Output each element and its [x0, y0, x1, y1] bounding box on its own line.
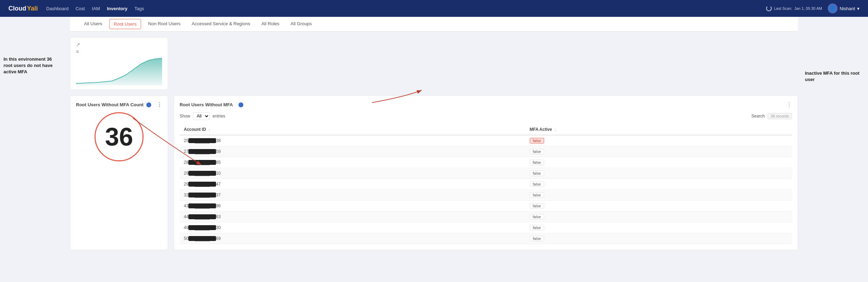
table-row: 43█████96false	[180, 201, 792, 212]
tab-all-roles[interactable]: All Roles	[256, 17, 285, 31]
table-controls: Show All 10 25 50 entries Search 36 reco…	[180, 112, 792, 120]
count-card-header: Root Users Without MFA Count ⋮	[76, 101, 162, 108]
entries-label: entries	[213, 114, 225, 119]
mfa-badge: false	[530, 192, 544, 198]
brand-cloud: Cloud	[8, 5, 26, 12]
cell-account-id: 44█████63	[180, 212, 526, 222]
last-scan-label: Last Scan:	[774, 6, 792, 11]
table-row: 28█████85false	[180, 157, 792, 168]
search-label: Search	[751, 114, 765, 119]
nav-inventory[interactable]: Inventory	[107, 5, 128, 13]
sort-icon-account: ↕	[209, 128, 210, 132]
brand-logo[interactable]: CloudYali	[8, 5, 38, 12]
last-scan-time: Jan 1, 05:30 AM	[794, 6, 822, 11]
table-row: 50█████69false	[180, 233, 792, 244]
cell-mfa-active: false	[526, 146, 792, 157]
chart-filter-icon[interactable]: ≡	[76, 49, 80, 54]
chart-card: ↗ ≡	[70, 37, 168, 90]
table-row: 27█████59false	[180, 146, 792, 157]
mfa-badge: false	[530, 203, 544, 209]
table-row: 44█████63false	[180, 212, 792, 222]
cell-mfa-active: false	[526, 190, 792, 201]
search-area: Search 36 records	[751, 113, 792, 119]
nav-tags[interactable]: Tags	[134, 5, 144, 13]
cell-account-id: 29█████10	[180, 168, 526, 179]
annotation-right: Inactive MFA for this root user	[805, 70, 861, 83]
show-label: Show	[180, 114, 190, 119]
table-header-row: Account ID ↕ MFA Active ↕	[180, 124, 792, 135]
nav-iam[interactable]: IAM	[92, 5, 100, 13]
table-body: 25█████38false27█████59false28█████85fal…	[180, 135, 792, 244]
tab-all-groups[interactable]: All Groups	[285, 17, 318, 31]
chart-card-header: ↗ ≡	[76, 42, 162, 54]
mfa-badge: false	[530, 160, 544, 165]
table-row: 49█████30false	[180, 222, 792, 233]
cell-account-id: 28█████85	[180, 157, 526, 168]
table-card-menu-icon[interactable]: ⋮	[786, 101, 792, 108]
nav-links: Dashboard Cost IAM Inventory Tags	[46, 5, 758, 13]
table-card-header: Root Users Without MFA ⋮	[180, 101, 792, 108]
cell-mfa-active: false	[526, 135, 792, 146]
cell-account-id: 43█████96	[180, 201, 526, 212]
table-row: 29█████10false	[180, 168, 792, 179]
table-card-title: Root Users Without MFA	[180, 102, 233, 107]
col-mfa-active[interactable]: MFA Active ↕	[526, 124, 792, 135]
cell-account-id: 25█████38	[180, 135, 526, 146]
cell-account-id: 49█████30	[180, 222, 526, 233]
mfa-badge: false	[530, 214, 544, 220]
chart-area	[76, 57, 162, 85]
entries-select[interactable]: All 10 25 50	[193, 112, 210, 120]
mfa-badge: false	[530, 236, 544, 241]
user-avatar: 👤	[828, 4, 838, 13]
tab-accessed-service[interactable]: Accessed Service & Regions	[186, 17, 256, 31]
nav-dashboard[interactable]: Dashboard	[46, 5, 69, 13]
mfa-badge: false	[530, 225, 544, 230]
tab-non-root-users[interactable]: Non Root Users	[143, 17, 186, 31]
cell-mfa-active: false	[526, 157, 792, 168]
cell-mfa-active: false	[526, 201, 792, 212]
tab-root-users[interactable]: Root Users	[109, 19, 141, 29]
cell-account-id: 29█████47	[180, 179, 526, 190]
data-table: Account ID ↕ MFA Active ↕ 25█████38false…	[180, 124, 792, 244]
mfa-badge: false	[530, 149, 544, 154]
chart-toolbar: ↗ ≡	[76, 42, 80, 54]
cell-mfa-active: false	[526, 233, 792, 244]
refresh-icon[interactable]	[766, 6, 772, 11]
cell-mfa-active: false	[526, 179, 792, 190]
table-row: 32█████37false	[180, 190, 792, 201]
user-name: Nishant	[840, 6, 855, 11]
user-menu[interactable]: 👤 Nishant ▾	[828, 4, 860, 13]
content-row: Root Users Without MFA Count ⋮ 36 Root U…	[70, 95, 798, 250]
count-card-title: Root Users Without MFA Count	[76, 102, 144, 107]
count-card: Root Users Without MFA Count ⋮ 36	[70, 95, 168, 250]
annotation-left: In this environment 36 root users do not…	[4, 56, 60, 75]
sort-icon-mfa: ↕	[555, 128, 556, 132]
mfa-badge: false	[530, 181, 544, 187]
cell-account-id: 50█████69	[180, 233, 526, 244]
chart-svg	[76, 57, 162, 85]
table-row: 25█████38false	[180, 135, 792, 146]
count-info-icon[interactable]	[146, 102, 151, 107]
nav-right: Last Scan: Jan 1, 05:30 AM 👤 Nishant ▾	[766, 4, 860, 13]
mfa-badge: false	[530, 170, 544, 176]
mfa-badge: false	[530, 138, 544, 143]
cell-account-id: 27█████59	[180, 146, 526, 157]
col-account-id[interactable]: Account ID ↕	[180, 124, 526, 135]
tab-all-users[interactable]: All Users	[78, 17, 108, 31]
tabs-bar: All Users Root Users Non Root Users Acce…	[70, 17, 798, 32]
user-chevron-icon: ▾	[857, 6, 860, 11]
brand-yali: Yali	[27, 5, 38, 12]
cell-mfa-active: false	[526, 168, 792, 179]
cell-account-id: 32█████37	[180, 190, 526, 201]
count-card-menu-icon[interactable]: ⋮	[157, 101, 162, 108]
last-scan: Last Scan: Jan 1, 05:30 AM	[766, 6, 822, 11]
search-count: 36 records	[768, 113, 792, 119]
cell-mfa-active: false	[526, 212, 792, 222]
table-row: 29█████47false	[180, 179, 792, 190]
cell-mfa-active: false	[526, 222, 792, 233]
chart-expand-icon[interactable]: ↗	[76, 42, 80, 47]
navbar: CloudYali Dashboard Cost IAM Inventory T…	[0, 0, 868, 17]
table-info-icon[interactable]	[238, 102, 243, 107]
table-card: Root Users Without MFA ⋮ Show All 10 25 …	[174, 95, 798, 250]
nav-cost[interactable]: Cost	[76, 5, 85, 13]
